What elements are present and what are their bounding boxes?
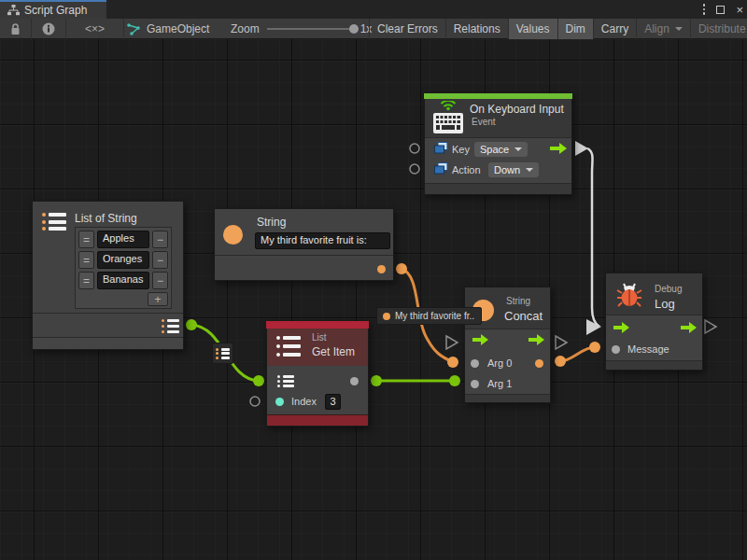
code-preview-button[interactable]: <×> <box>66 19 124 39</box>
flow-out-port[interactable] <box>528 334 545 345</box>
port-concat-arg1-input[interactable] <box>449 375 460 386</box>
window-menu-icon[interactable] <box>703 4 706 15</box>
flow-in-port[interactable] <box>472 334 489 345</box>
chevron-down-icon <box>675 27 683 31</box>
message-label: Message <box>627 343 669 355</box>
action-dropdown[interactable]: Down <box>488 162 539 177</box>
drag-handle[interactable]: = <box>78 231 94 248</box>
list-icon <box>276 336 301 357</box>
port-list-output[interactable] <box>186 319 197 330</box>
code-icon: <×> <box>85 22 105 35</box>
script-graph-window: Script Graph × < <box>0 0 747 560</box>
list-editor: = Apples − = Oranges − = Bananas − + <box>75 227 172 309</box>
node-title: String <box>257 216 286 229</box>
distribute-button[interactable]: Distribute <box>690 19 747 39</box>
message-input-port[interactable] <box>612 345 620 354</box>
tab-script-graph[interactable]: Script Graph <box>0 0 106 19</box>
string-value-field[interactable]: My third favorite fruit is: <box>255 232 390 249</box>
values-button[interactable]: Values <box>508 19 557 39</box>
object-icon <box>434 162 448 175</box>
node-title: Get Item <box>312 345 355 358</box>
port-action-unconnected[interactable] <box>410 164 419 174</box>
arg1-label: Arg 1 <box>487 378 512 389</box>
port-getitem-list-input[interactable] <box>253 375 264 386</box>
node-concat[interactable]: String Concat Arg 0 Arg 1 <box>464 287 551 403</box>
object-icon <box>434 142 448 154</box>
flow-in-concat-unconnected[interactable] <box>446 336 458 349</box>
node-title: List of String <box>75 212 137 225</box>
node-on-keyboard-input[interactable]: On Keyboard Input Event Key Space Action… <box>424 93 572 195</box>
zoom-control: Zoom 1x <box>231 19 372 39</box>
flow-out-port[interactable] <box>549 143 568 154</box>
gameobject-icon <box>127 23 141 35</box>
chevron-down-icon <box>514 147 522 151</box>
list-input-port[interactable] <box>277 375 294 387</box>
string-result-port[interactable] <box>377 265 386 273</box>
action-port-label: Action <box>452 164 481 175</box>
flow-in-port[interactable] <box>613 322 630 333</box>
flow-out-concat-unconnected[interactable] <box>556 336 567 349</box>
item-result-port[interactable] <box>350 377 359 385</box>
clear-errors-button[interactable]: Clear Errors <box>369 19 445 39</box>
lock-icon <box>10 23 21 35</box>
carry-button[interactable]: Carry <box>593 19 636 39</box>
index-input-port[interactable] <box>275 398 284 406</box>
port-key-unconnected[interactable] <box>410 144 419 153</box>
relations-button[interactable]: Relations <box>445 19 508 39</box>
keyboard-icon <box>431 101 465 136</box>
node-get-item[interactable]: List Get Item Index 3 <box>266 321 369 427</box>
concat-result-port[interactable] <box>535 359 543 368</box>
chevron-down-icon <box>526 168 533 172</box>
port-concat-result-output[interactable] <box>555 356 566 367</box>
list-output-port[interactable] <box>162 319 179 333</box>
node-string-literal[interactable]: String My third favorite fruit is: <box>214 208 394 281</box>
graph-toolbar: <×> GameObject Zoom 1x Clear Errors Rela… <box>0 19 747 39</box>
node-title: Concat <box>504 309 543 323</box>
remove-item-button[interactable]: − <box>152 251 168 269</box>
wire-value-badge-string: My third favorite fr.. <box>376 307 482 325</box>
close-icon[interactable]: × <box>736 4 743 16</box>
drag-handle[interactable]: = <box>78 272 94 289</box>
window-controls: × <box>703 0 743 19</box>
wire-event-to-debug-flow <box>587 148 599 327</box>
port-index-unconnected[interactable] <box>250 397 260 406</box>
key-dropdown[interactable]: Space <box>474 142 528 157</box>
flow-out-debug-unconnected[interactable] <box>705 320 716 333</box>
error-accent-bar <box>266 321 369 329</box>
node-category: Debug <box>655 284 682 294</box>
maximize-icon[interactable] <box>716 6 725 14</box>
arg0-input-port[interactable] <box>471 359 479 368</box>
lock-button[interactable] <box>0 19 32 39</box>
arg1-input-port[interactable] <box>471 380 479 388</box>
flow-in-arrow-debug[interactable] <box>586 319 601 335</box>
add-item-button[interactable]: + <box>148 292 168 306</box>
flow-out-arrow-keyboard[interactable] <box>575 141 588 156</box>
dim-button[interactable]: Dim <box>557 19 593 39</box>
drag-handle[interactable]: = <box>78 251 94 269</box>
align-button[interactable]: Align <box>636 19 690 39</box>
remove-item-button[interactable]: − <box>152 272 168 289</box>
port-string-output[interactable] <box>396 263 407 274</box>
index-value-field[interactable]: 3 <box>325 394 341 410</box>
list-item-field[interactable]: Oranges <box>97 251 149 269</box>
flow-out-port[interactable] <box>680 322 698 333</box>
list-item-field[interactable]: Bananas <box>97 272 149 289</box>
zoom-slider-handle[interactable] <box>349 24 359 34</box>
node-list-of-string[interactable]: List of String = Apples − = Oranges − = … <box>32 201 184 350</box>
node-debug-log[interactable]: Debug Log Message <box>605 273 703 371</box>
list-item-field[interactable]: Apples <box>97 231 149 248</box>
info-icon <box>42 22 55 35</box>
zoom-slider[interactable] <box>267 28 353 30</box>
gameobject-selector[interactable]: GameObject <box>127 19 209 39</box>
tab-title: Script Graph <box>24 4 87 17</box>
inspect-button[interactable] <box>32 19 66 39</box>
port-concat-arg0-input[interactable] <box>447 357 458 368</box>
wire-type-badge-list <box>212 343 233 364</box>
graph-canvas[interactable]: On Keyboard Input Event Key Space Action… <box>0 39 747 560</box>
port-getitem-output[interactable] <box>371 375 382 386</box>
list-item-row: = Oranges − <box>78 251 168 269</box>
port-debug-message-input[interactable] <box>589 342 600 353</box>
string-icon <box>223 225 243 245</box>
remove-item-button[interactable]: − <box>152 231 168 248</box>
graph-icon <box>7 5 20 16</box>
